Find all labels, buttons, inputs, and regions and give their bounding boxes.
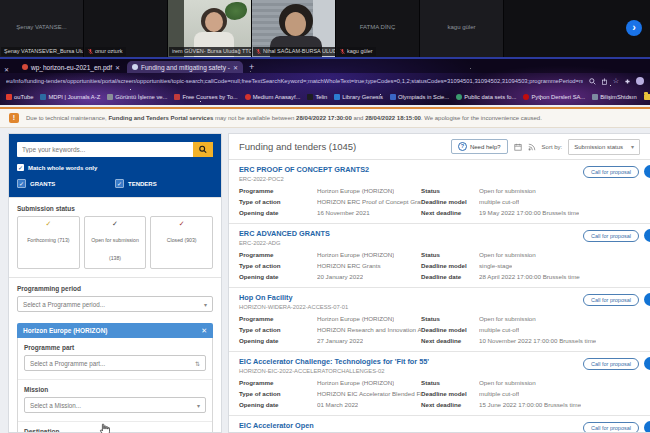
results-title: Funding and tenders (1045) [239,141,451,152]
bookmark-item[interactable]: Medium Anasayf... [245,94,301,100]
search-input[interactable] [17,142,193,157]
match-whole-words-checkbox[interactable]: ✓ Match whole words only [17,164,213,171]
participant-tile[interactable]: irem GÜVEN- Bursa Uludağ TTO [168,0,251,57]
grants-checkbox[interactable]: ✓ GRANTS [17,179,115,188]
pdf-favicon [22,64,28,70]
bookmark-item[interactable]: Görüntü İşleme ve... [107,94,167,100]
call-title-link[interactable]: ERC ADVANCED GRANTS [239,229,539,238]
address-bar-icons: ☆ [589,77,644,85]
participant-label: Nihal SAĞLAM-BURSA ULUDAĞ ... [253,47,335,56]
profile-avatar[interactable] [636,77,644,85]
status-forthcoming-toggle[interactable]: ✓ Forthcoming (713) [17,216,80,269]
tab-funding-portal[interactable]: Funding and mitigating safety - ✕ [127,61,243,73]
search-button[interactable] [193,142,213,157]
participant-tile[interactable]: Şenay VATANSE... Şenay VATANSEVER_Bursa … [0,0,83,57]
bookmark-item[interactable]: Telin [307,94,327,100]
status-closed-toggle[interactable]: ✓ Closed (903) [150,216,213,269]
close-icon[interactable]: ✕ [115,64,120,71]
call-for-proposal-badge[interactable]: Call for proposal [583,294,639,306]
call-title-link[interactable]: EIC Accelerator Challenge: Technologies … [239,357,539,366]
folder-icon [644,94,650,100]
need-help-button[interactable]: ? Need help? [451,139,508,154]
calendar-icon[interactable] [514,143,522,151]
programme-part-select[interactable]: Select a Programme part... ⇅ [24,355,206,371]
call-for-proposal-badge[interactable]: Call for proposal [583,166,639,178]
status-open-toggle[interactable]: ✓ Open for submission (138) [84,216,147,269]
programme-filters-box: Programme part Select a Programme part..… [17,338,213,433]
close-icon[interactable]: ✕ [233,64,238,71]
call-for-proposal-badge[interactable]: Call for proposal [583,422,639,433]
bookmark-item[interactable]: Python Dersleri SA... [523,94,585,100]
bookmark-item[interactable]: Olympiads in Scie... [390,94,449,100]
plant [225,2,247,20]
favourite-circle-button[interactable] [644,357,650,370]
close-icon[interactable]: ✕ [4,66,9,73]
call-title-link[interactable]: ERC PROOF OF CONCEPT GRANTS2 [239,165,539,174]
sort-select[interactable]: Submission status ▾ [568,139,640,155]
rss-icon[interactable] [528,143,536,151]
participant-tile[interactable]: Nihal SAĞLAM-BURSA ULUDAĞ ... [252,0,335,57]
sort-by-label: Sort by: [542,144,563,150]
bookmark-favicon [334,94,340,100]
favourite-circle-button[interactable] [644,229,650,242]
favourite-circle-button[interactable] [644,165,650,178]
result-card: ERC ADVANCED GRANTS ERC-2022-ADG Call fo… [229,224,650,288]
close-icon[interactable]: ✕ [201,327,207,335]
call-title-link[interactable]: EIC Accelerator Open [239,421,539,430]
mission-select[interactable]: Select a Mission... ▾ [24,397,206,413]
address-bar[interactable]: eu/info/funding-tenders/opportunities/po… [0,73,650,89]
check-icon: ✓ [152,220,211,228]
selected-programme-chip[interactable]: Horizon Europe (HORIZON) ✕ [17,323,213,338]
bookmark-item[interactable]: Free Courses by To... [174,94,237,100]
mic-muted-icon [88,48,93,55]
section-label: Programme part [24,344,206,351]
call-title-link[interactable]: Hop On Facility [239,293,539,302]
check-icon: ✓ [19,220,78,228]
destination-section: Destination Select a Destination... ▾ [18,422,212,433]
call-for-proposal-badge[interactable]: Call for proposal [583,230,639,242]
extensions-icon[interactable] [624,78,631,85]
call-identifier: ERC-2022-POC2 [239,176,640,182]
programme-period-select[interactable]: Select a Programme period... ▾ [17,296,213,312]
bookmark-favicon [592,94,598,100]
favourite-circle-button[interactable] [644,293,650,306]
maintenance-banner: ! Due to technical maintenance, Funding … [0,107,650,128]
bookmark-item[interactable]: ouTube [6,94,33,100]
search-icon[interactable] [589,78,596,85]
mic-muted-icon [340,48,345,55]
participant-face [285,12,306,36]
call-identifier: ERC-2022-ADG [239,240,640,246]
bookmark-item[interactable]: BilişimShtdsın [592,94,636,100]
favourite-circle-button[interactable] [644,421,650,432]
results-list: ERC PROOF OF CONCEPT GRANTS2 ERC-2022-PO… [229,160,650,432]
stepper-icon: ⇅ [195,360,200,367]
participant-name: FATMA DİNÇ [336,24,419,30]
bookmark-item[interactable]: MDPI | Journals A-Z [40,94,100,100]
participant-tile[interactable]: FATMA DİNÇ kagu güler [336,0,419,57]
participant-name: kagu güler [420,24,503,30]
next-participants-icon[interactable]: › [626,20,642,36]
bookmark-item[interactable]: Library Genesis [334,94,383,100]
bookmark-favicon [107,94,113,100]
tenders-checkbox[interactable]: ✓ TENDERS [115,179,213,188]
call-for-proposal-badge[interactable]: Call for proposal [583,358,639,370]
share-icon[interactable] [601,78,608,85]
chevron-down-icon: ▾ [197,402,200,409]
participant-label: Şenay VATANSEVER_Bursa Ulude... [1,47,83,56]
screen: Şenay VATANSE... Şenay VATANSEVER_Bursa … [0,0,650,433]
other-bookmarks-folder[interactable]: Oth... [644,94,650,100]
new-tab-icon[interactable]: + [249,61,254,73]
bookmark-star-icon[interactable]: ☆ [613,77,619,85]
section-label: Destination [24,428,206,433]
tab-pdf[interactable]: wp_horizon-eu-2021_en.pdf ✕ [17,61,125,73]
checkbox-check-icon: ✓ [17,164,24,171]
participant-tile[interactable]: kagu güler [420,0,503,57]
participant-face [205,12,223,32]
url-text[interactable]: eu/info/funding-tenders/opportunities/po… [6,78,583,84]
bookmark-item[interactable]: Public data sets fo... [456,94,516,100]
participant-tile[interactable]: onur ozturk [84,0,167,57]
bookmarks-bar: ouTube MDPI | Journals A-Z Görüntü İşlem… [0,89,650,105]
checkbox-check-icon: ✓ [17,179,26,188]
result-card: EIC Accelerator Open HORIZON-EIC-2022-AC… [229,416,650,432]
participant-label: kagu güler [337,47,376,56]
